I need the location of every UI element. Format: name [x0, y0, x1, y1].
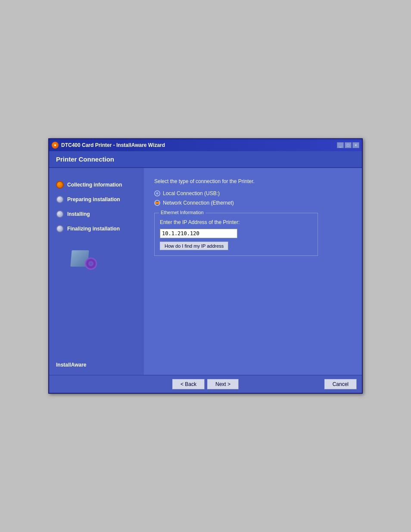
sidebar-label-collecting: Collecting information: [67, 182, 122, 188]
sidebar-bullet-collecting: [56, 181, 64, 189]
sidebar-label-installing: Installing: [67, 211, 90, 217]
app-icon: ●: [52, 142, 59, 149]
ip-label: Enter the IP Address of the Printer:: [160, 219, 312, 225]
sidebar-label-preparing: Preparing installation: [67, 196, 120, 202]
brand-label: InstallAware: [56, 358, 137, 368]
content-area: Select the type of connection for the Pr…: [144, 168, 362, 375]
sidebar-bullet-finalizing: [56, 225, 64, 233]
connection-description: Select the type of connection for the Pr…: [154, 178, 352, 184]
footer: < Back Next > Cancel: [49, 375, 362, 393]
sidebar-item-preparing: Preparing installation: [56, 196, 137, 203]
sidebar-item-installing: Installing: [56, 210, 137, 218]
header-bar: Printer Connection: [49, 151, 362, 168]
sidebar-bullet-preparing: [56, 196, 64, 203]
ethernet-section: Ethernet Information Enter the IP Addres…: [154, 213, 318, 256]
radio-usb[interactable]: [154, 190, 160, 196]
cancel-button[interactable]: Cancel: [324, 379, 357, 389]
radio-label-usb: Local Connection (USB:): [163, 190, 220, 196]
installer-icon: [71, 248, 97, 270]
sidebar-item-collecting: Collecting information: [56, 181, 137, 189]
maximize-button[interactable]: □: [345, 142, 352, 148]
back-button[interactable]: < Back: [172, 379, 205, 389]
ip-input[interactable]: [160, 229, 237, 238]
ethernet-legend: Ethernet Information: [159, 210, 206, 215]
page-title: Printer Connection: [56, 156, 355, 163]
next-button[interactable]: Next >: [207, 379, 239, 389]
titlebar-left: ● DTC400 Card Printer - InstallAware Wiz…: [52, 142, 165, 149]
titlebar: ● DTC400 Card Printer - InstallAware Wiz…: [49, 139, 362, 151]
sidebar-label-finalizing: Finalizing installation: [67, 226, 120, 232]
installer-window: ● DTC400 Card Printer - InstallAware Wiz…: [48, 138, 363, 394]
sidebar-item-finalizing: Finalizing installation: [56, 225, 137, 233]
radio-ethernet[interactable]: [154, 200, 160, 206]
radio-label-ethernet: Network Connection (Ethernet): [163, 200, 234, 206]
sidebar: Collecting information Preparing install…: [49, 168, 144, 375]
sidebar-bullet-installing: [56, 210, 64, 218]
minimize-button[interactable]: _: [337, 142, 344, 148]
main-content: Collecting information Preparing install…: [49, 168, 362, 375]
cd-hole: [89, 262, 93, 265]
radio-item-usb[interactable]: Local Connection (USB:): [154, 190, 352, 196]
cd-shape: [85, 258, 97, 270]
find-ip-button[interactable]: How do I find my IP address: [160, 242, 228, 250]
close-button[interactable]: ×: [352, 142, 359, 148]
titlebar-controls: _ □ ×: [337, 142, 359, 148]
connection-radio-group: Local Connection (USB:) Network Connecti…: [154, 190, 352, 206]
radio-item-ethernet[interactable]: Network Connection (Ethernet): [154, 200, 352, 206]
window-title: DTC400 Card Printer - InstallAware Wizar…: [61, 142, 165, 148]
